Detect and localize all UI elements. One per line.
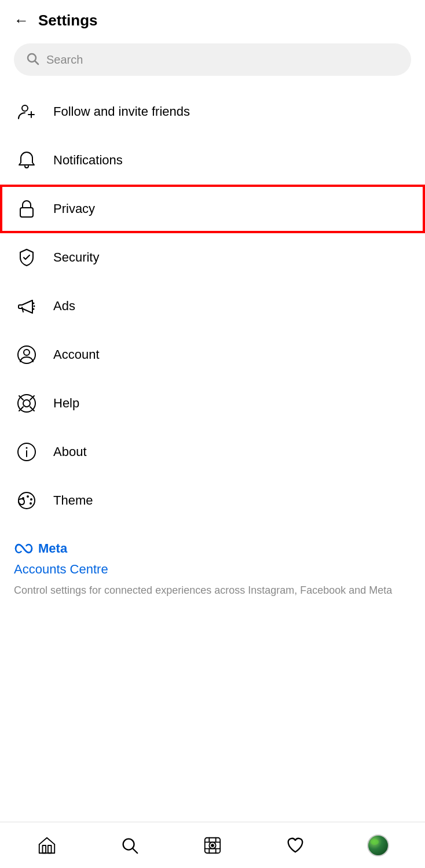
svg-point-24: [30, 502, 32, 505]
person-circle-icon: [14, 342, 39, 367]
svg-point-23: [30, 498, 32, 501]
svg-point-31: [211, 844, 214, 847]
menu-item-help[interactable]: Help: [0, 379, 425, 428]
palette-icon: [14, 488, 39, 513]
menu-list: Follow and invite friends Notifications …: [0, 87, 425, 525]
page-title: Settings: [38, 12, 98, 30]
heart-icon: [285, 836, 305, 855]
svg-line-28: [133, 848, 138, 853]
menu-label-help: Help: [53, 396, 79, 411]
nav-search[interactable]: [107, 828, 153, 863]
shield-icon: [14, 245, 39, 270]
reels-icon: [203, 836, 222, 855]
accounts-centre-link[interactable]: Accounts Centre: [14, 562, 411, 577]
svg-line-1: [35, 61, 39, 65]
home-icon: [37, 836, 57, 855]
nav-reels[interactable]: [189, 828, 236, 863]
nav-home[interactable]: [24, 828, 70, 863]
menu-label-security: Security: [53, 250, 99, 265]
bottom-nav: [0, 822, 425, 868]
back-button[interactable]: ←: [14, 12, 29, 30]
menu-item-notifications[interactable]: Notifications: [0, 136, 425, 185]
menu-label-theme: Theme: [53, 493, 93, 508]
accounts-centre-description: Control settings for connected experienc…: [14, 583, 411, 598]
menu-label-privacy: Privacy: [53, 201, 95, 216]
menu-item-ads[interactable]: Ads: [0, 282, 425, 330]
menu-label-account: Account: [53, 347, 100, 362]
svg-point-19: [26, 447, 28, 449]
search-container: Search: [0, 39, 425, 87]
svg-rect-26: [48, 845, 52, 853]
menu-item-about[interactable]: About: [0, 428, 425, 476]
menu-label-ads: Ads: [53, 299, 75, 314]
megaphone-icon: [14, 293, 39, 319]
search-icon: [120, 836, 140, 855]
nav-profile[interactable]: [355, 828, 401, 863]
search-icon: [25, 52, 39, 68]
lock-icon: [14, 196, 39, 222]
person-add-icon: [14, 99, 39, 124]
header: ← Settings: [0, 0, 425, 39]
svg-point-2: [22, 105, 28, 111]
profile-avatar: [367, 834, 389, 856]
svg-point-8: [33, 308, 35, 310]
menu-label-follow-invite: Follow and invite friends: [53, 104, 190, 119]
svg-point-6: [33, 303, 35, 304]
bell-icon: [14, 148, 39, 173]
menu-item-account[interactable]: Account: [0, 330, 425, 379]
menu-label-about: About: [53, 444, 87, 459]
menu-item-follow-invite[interactable]: Follow and invite friends: [0, 87, 425, 136]
svg-point-22: [27, 495, 29, 498]
menu-label-notifications: Notifications: [53, 153, 123, 168]
meta-section: Meta Accounts Centre Control settings fo…: [0, 525, 425, 608]
meta-logo-text: Meta: [38, 541, 67, 556]
meta-logo-row: Meta: [14, 541, 411, 556]
svg-point-10: [24, 350, 30, 355]
svg-point-7: [34, 306, 35, 307]
search-placeholder: Search: [46, 53, 83, 67]
info-icon: [14, 439, 39, 465]
nav-likes[interactable]: [272, 828, 318, 863]
lifebuoy-icon: [14, 391, 39, 416]
menu-item-privacy[interactable]: Privacy: [0, 185, 425, 233]
svg-point-20: [19, 492, 35, 509]
meta-logo-icon: [14, 542, 34, 555]
svg-rect-5: [20, 208, 33, 217]
svg-rect-25: [43, 845, 46, 853]
menu-item-theme[interactable]: Theme: [0, 476, 425, 525]
menu-item-security[interactable]: Security: [0, 233, 425, 282]
svg-point-12: [23, 400, 30, 407]
search-bar[interactable]: Search: [14, 43, 411, 76]
